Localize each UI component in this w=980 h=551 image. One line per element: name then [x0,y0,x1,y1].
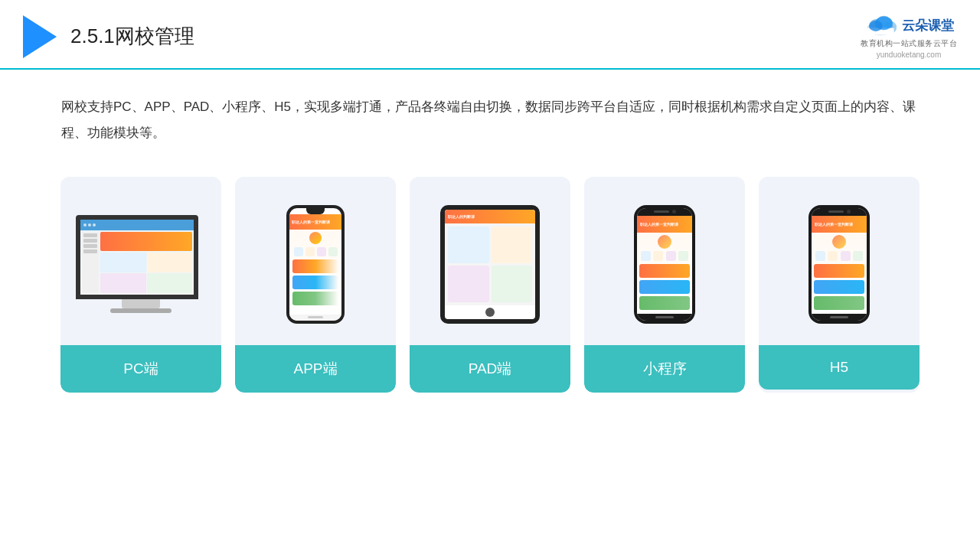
brand-url: yunduoketang.com [877,51,942,59]
app-phone-mockup: 职达人的第一堂判断课 [286,205,345,324]
tablet-screen: 职达人的判断课 [445,210,535,305]
header-left: 2.5.1网校管理 [23,15,194,58]
brand-logo: 云朵课堂 教育机构一站式服务云平台 yunduoketang.com [861,14,957,59]
card-h5-image: 职达人的第一堂判断课 [759,177,920,345]
cloud-icon [864,14,897,37]
play-icon [23,15,57,58]
cards-container: PC端 职达人的第一堂判断课 [0,169,980,393]
card-pc-label: PC端 [60,345,221,393]
mini-avatar [658,235,671,249]
monitor-screen [76,215,198,299]
h5-phone-top [812,208,867,216]
pad-tablet-mockup: 职达人的判断课 [440,205,540,324]
card-pad-label: PAD端 [410,345,570,393]
home-indicator [655,316,674,318]
h5-phone-mockup: 职达人的第一堂判断课 [808,205,870,324]
pc-monitor-mockup [76,215,206,313]
card-pc: PC端 [60,177,221,393]
title-main: 网校管理 [115,24,194,47]
card-h5-label: H5 [759,345,920,390]
card-app-label: APP端 [235,345,396,393]
mini-phone-bottom [637,314,692,321]
card-miniapp-label: 小程序 [584,345,745,393]
card-pc-image [60,177,221,345]
page-header: 2.5.1网校管理 云朵课堂 教育机构一站式服务云平台 yunduoketang… [0,0,980,70]
phone-notch [306,208,325,214]
card-pad-image: 职达人的判断课 [410,177,570,345]
tablet-home-button [485,308,495,317]
card-h5: 职达人的第一堂判断课 [759,177,920,393]
miniapp-phone-mockup: 职达人的第一堂判断课 [634,205,695,324]
page-title: 2.5.1网校管理 [70,23,194,50]
phone-avatar [309,232,322,244]
mini-phone-top [637,208,692,216]
title-prefix: 2.5.1 [70,24,115,47]
h5-screen: 职达人的第一堂判断课 [812,216,867,314]
card-miniapp-image: 职达人的第一堂判断课 [584,177,745,345]
description-paragraph: 网校支持PC、APP、PAD、小程序、H5，实现多端打通，产品各终端自由切换，数… [61,94,919,146]
brand-tagline: 教育机构一站式服务云平台 [861,38,957,49]
card-app-image: 职达人的第一堂判断课 [235,177,396,345]
h5-phone-camera [847,210,851,214]
description-text: 网校支持PC、APP、PAD、小程序、H5，实现多端打通，产品各终端自由切换，数… [0,70,980,161]
phone-speaker [654,210,669,213]
h5-home-indicator [830,316,848,318]
card-pad: 职达人的判断课 PAD端 [410,177,570,393]
h5-avatar [832,235,846,249]
h5-phone-bottom [812,314,867,321]
brand-name: 云朵课堂 [902,17,954,34]
cloud-logo-group: 云朵课堂 [864,14,954,37]
mini-screen: 职达人的第一堂判断课 [637,216,692,314]
phone-camera [672,210,676,214]
phone-bottom [289,315,341,321]
card-app: 职达人的第一堂判断课 [235,177,396,393]
card-miniapp: 职达人的第一堂判断课 [584,177,745,393]
svg-point-6 [869,21,883,31]
phone-screen: 职达人的第一堂判断课 [289,214,341,315]
h5-phone-speaker [828,210,844,213]
